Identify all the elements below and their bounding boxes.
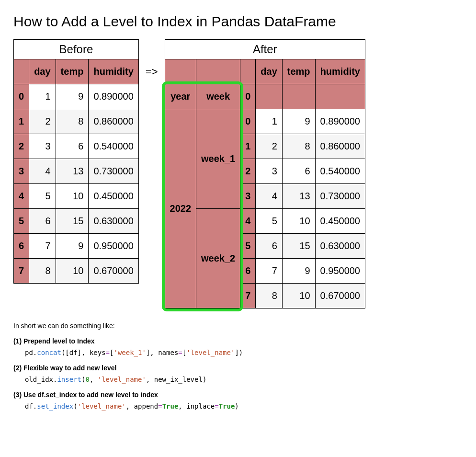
- level-year: year: [165, 84, 196, 109]
- week1-cell: week_1: [196, 109, 240, 209]
- cell-temp: 10: [56, 184, 89, 209]
- row-index: 1: [240, 134, 256, 159]
- cell-day: 8: [29, 259, 56, 284]
- cell-humidity: 0.950000: [89, 234, 138, 259]
- cell-humidity: 0.890000: [89, 84, 138, 109]
- table-row: 78100.670000: [14, 259, 139, 284]
- row-index: 0: [240, 109, 256, 134]
- cell-temp: 9: [282, 259, 315, 284]
- cell-day: 5: [29, 184, 56, 209]
- cell-day: 1: [256, 109, 282, 134]
- after-idx-header-2: [196, 59, 240, 84]
- code-3: df.set_index('level_name', append=True, …: [25, 402, 463, 410]
- after-idx-header-1: [165, 59, 196, 84]
- cell-temp: 10: [282, 209, 315, 234]
- cell-humidity: 0.860000: [89, 109, 138, 134]
- cell-temp: 8: [56, 109, 89, 134]
- table-row: 2360.540000: [14, 134, 139, 159]
- cell-humidity: 0.670000: [89, 259, 138, 284]
- cell-humidity: 0.450000: [315, 209, 365, 234]
- summary-text: In short we can do something like:: [13, 322, 463, 330]
- step-1: (1) Prepend level to Index: [13, 337, 463, 345]
- row-index: 6: [240, 259, 256, 284]
- cell-temp: 13: [282, 184, 315, 209]
- col-temp: temp: [282, 59, 315, 84]
- step-2: (2) Flexible way to add new level: [13, 364, 463, 372]
- cell-temp: 6: [56, 134, 89, 159]
- cell-day: 2: [29, 109, 56, 134]
- cell-humidity: 0.540000: [315, 159, 365, 184]
- table-row: 34130.730000: [14, 159, 139, 184]
- cell-humidity: 0.670000: [315, 284, 365, 308]
- code-2: old_idx.insert(0, 'level_name', new_ix_l…: [25, 376, 463, 383]
- cell-humidity: 0.890000: [315, 109, 365, 134]
- col-humidity: humidity: [89, 59, 138, 84]
- row-index: 4: [240, 209, 256, 234]
- after-idx-header-3: [240, 59, 256, 84]
- cell-humidity: 0.630000: [89, 209, 138, 234]
- table-row: 56150.630000: [14, 209, 139, 234]
- row-index: 4: [14, 184, 29, 209]
- col-day: day: [29, 59, 56, 84]
- row-index: 0: [14, 84, 29, 109]
- cell-day: 7: [256, 259, 282, 284]
- cell-day: 6: [256, 234, 282, 259]
- tables-row: Before day temp humidity 0190.8900001280…: [13, 39, 463, 308]
- cell-humidity: 0.730000: [89, 159, 138, 184]
- after-table: After day temp humidity year week 0: [165, 39, 365, 308]
- before-table: Before day temp humidity 0190.8900001280…: [13, 39, 139, 284]
- cell-day: 1: [29, 84, 56, 109]
- col-day: day: [256, 59, 282, 84]
- before-caption: Before: [13, 39, 139, 59]
- row-index: 7: [14, 259, 29, 284]
- table-row: 0190.890000: [14, 84, 139, 109]
- cell-day: 6: [29, 209, 56, 234]
- cell-temp: 10: [282, 284, 315, 308]
- cell-humidity: 0.730000: [315, 184, 365, 209]
- row-index: 7: [240, 284, 256, 308]
- cell-humidity: 0.860000: [315, 134, 365, 159]
- table-row: 1280.860000: [14, 109, 139, 134]
- code-1: pd.concat([df], keys=['week_1'], names=[…: [25, 349, 463, 356]
- row-index: 2: [14, 134, 29, 159]
- step-3: (3) Use df.set_index to add new level to…: [13, 391, 463, 399]
- cell-day: 3: [29, 134, 56, 159]
- cell-day: 3: [256, 159, 282, 184]
- row-index: 5: [14, 209, 29, 234]
- row-index: 3: [240, 184, 256, 209]
- before-idx-header: [14, 59, 29, 84]
- cell-day: 8: [256, 284, 282, 308]
- cell-humidity: 0.950000: [315, 259, 365, 284]
- cell-temp: 13: [56, 159, 89, 184]
- cell-day: 4: [256, 184, 282, 209]
- cell-temp: 15: [56, 209, 89, 234]
- table-row: 2022week_10190.890000: [165, 109, 365, 134]
- cell-humidity: 0.450000: [89, 184, 138, 209]
- page-title: How to Add a Level to Index in Pandas Da…: [13, 13, 463, 30]
- cell-day: 7: [29, 234, 56, 259]
- level-zero: 0: [240, 84, 256, 109]
- row-index: 5: [240, 234, 256, 259]
- arrow: =>: [146, 39, 158, 78]
- cell-temp: 8: [282, 134, 315, 159]
- after-caption: After: [165, 39, 365, 59]
- table-row: 6790.950000: [14, 234, 139, 259]
- col-temp: temp: [56, 59, 89, 84]
- cell-humidity: 0.540000: [89, 134, 138, 159]
- cell-temp: 15: [282, 234, 315, 259]
- cell-day: 2: [256, 134, 282, 159]
- cell-temp: 6: [282, 159, 315, 184]
- cell-temp: 9: [282, 109, 315, 134]
- cell-day: 5: [256, 209, 282, 234]
- cell-temp: 9: [56, 234, 89, 259]
- row-index: 6: [14, 234, 29, 259]
- cell-temp: 10: [56, 259, 89, 284]
- row-index: 3: [14, 159, 29, 184]
- year-cell: 2022: [165, 109, 196, 308]
- cell-humidity: 0.630000: [315, 234, 365, 259]
- row-index: 2: [240, 159, 256, 184]
- week2-cell: week_2: [196, 209, 240, 308]
- cell-day: 4: [29, 159, 56, 184]
- table-row: 45100.450000: [14, 184, 139, 209]
- level-week: week: [196, 84, 240, 109]
